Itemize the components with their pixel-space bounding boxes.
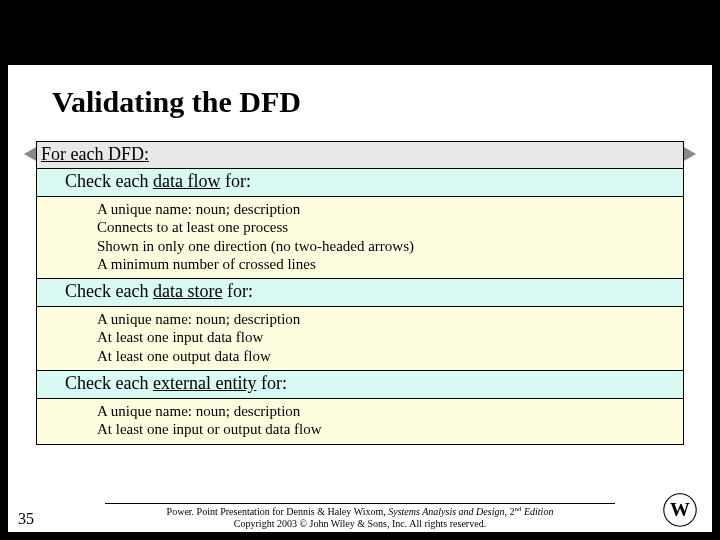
check-term: data store — [153, 281, 222, 301]
check-row-external-entity: Check each external entity for: — [36, 370, 684, 399]
list-item: Shown in only one direction (no two-head… — [97, 237, 679, 255]
wiley-logo-icon: W — [662, 492, 698, 528]
check-suffix: for: — [220, 171, 251, 191]
list-item: A unique name: noun; description — [97, 200, 679, 218]
items-external-entity: A unique name: noun; description At leas… — [36, 398, 684, 445]
decor-arrow-right-icon — [684, 147, 696, 161]
decor-arrow-left-icon — [24, 147, 36, 161]
check-prefix: Check each — [65, 171, 153, 191]
items-data-flow: A unique name: noun; description Connect… — [36, 196, 684, 279]
check-row-data-flow: Check each data flow for: — [36, 168, 684, 197]
list-item: At least one output data flow — [97, 347, 679, 365]
check-term: external entity — [153, 373, 256, 393]
list-item: At least one input or output data flow — [97, 420, 679, 438]
list-item: At least one input data flow — [97, 328, 679, 346]
items-data-store: A unique name: noun; description At leas… — [36, 306, 684, 371]
slide-number: 35 — [18, 510, 34, 528]
footer-book-title: Systems Analysis and Design, — [388, 506, 507, 517]
svg-text:W: W — [670, 498, 690, 520]
check-suffix: for: — [222, 281, 253, 301]
validation-table: For each DFD: Check each data flow for: … — [36, 142, 684, 445]
check-prefix: Check each — [65, 373, 153, 393]
footer-rule — [105, 503, 615, 504]
footer: Power. Point Presentation for Dennis & H… — [0, 503, 720, 530]
list-item: Connects to at least one process — [97, 218, 679, 236]
footer-text: Edition — [521, 506, 553, 517]
check-row-data-store: Check each data store for: — [36, 278, 684, 307]
check-term: data flow — [153, 171, 220, 191]
list-item: A unique name: noun; description — [97, 310, 679, 328]
list-item: A minimum number of crossed lines — [97, 255, 679, 273]
slide-title: Validating the DFD — [52, 85, 301, 119]
check-suffix: for: — [256, 373, 287, 393]
list-item: A unique name: noun; description — [97, 402, 679, 420]
footer-line-2: Copyright 2003 © John Wiley & Sons, Inc.… — [0, 518, 720, 530]
table-header: For each DFD: — [36, 141, 684, 169]
footer-text: Power. Point Presentation for Dennis & H… — [167, 506, 389, 517]
footer-line-1: Power. Point Presentation for Dennis & H… — [0, 505, 720, 518]
check-prefix: Check each — [65, 281, 153, 301]
